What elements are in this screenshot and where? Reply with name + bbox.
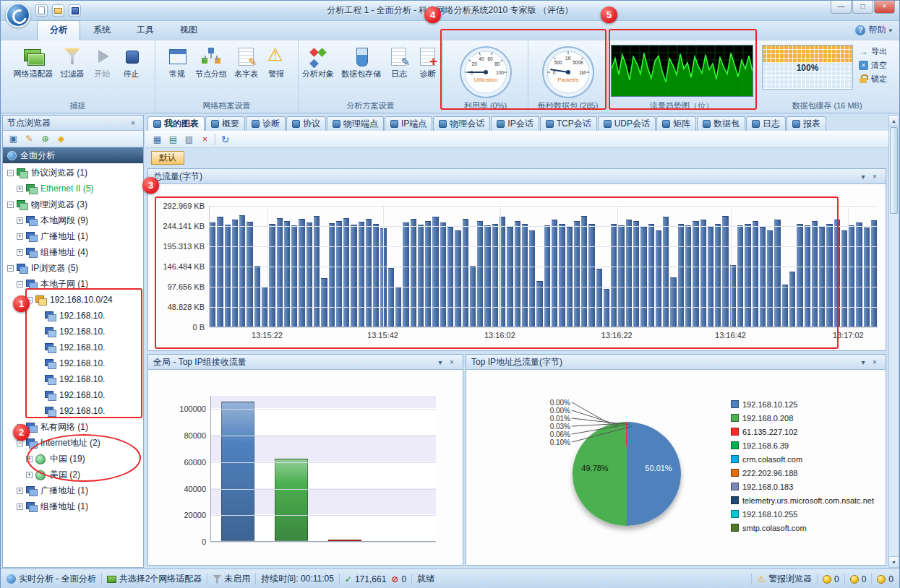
panel-close-icon[interactable]: × [869, 358, 880, 366]
tree-node[interactable]: 192.168.10. [3, 355, 143, 371]
name-table-edit-icon[interactable]: ✎ [23, 133, 35, 145]
network-adapter-button[interactable]: 网络适配器 [11, 44, 56, 81]
filter-button[interactable]: 过滤器 [58, 44, 87, 81]
close-panel-icon[interactable]: × [127, 119, 139, 127]
help-button[interactable]: ? 帮助 ▾ [855, 24, 892, 36]
view-tab-6[interactable]: IP端点 [385, 116, 432, 131]
node-group-button[interactable]: 节点分组 [192, 44, 230, 81]
tree-node[interactable]: 192.168.10. [3, 340, 143, 355]
add-node-icon[interactable]: ⊕ [39, 133, 51, 145]
scroll-up-icon[interactable]: ▲ [889, 116, 899, 126]
collapse-icon[interactable]: − [7, 265, 14, 272]
traffic-trend-chart[interactable] [611, 45, 753, 97]
tree-node[interactable]: −协议浏览器 (1) [3, 165, 143, 181]
gridline [500, 206, 501, 327]
tree-node[interactable]: −IP浏览器 (5) [3, 260, 143, 276]
expand-icon[interactable]: + [17, 249, 23, 256]
view-tab-9[interactable]: TCP会话 [540, 116, 597, 131]
general-button[interactable]: 常规 [163, 44, 191, 81]
expand-icon[interactable]: + [17, 217, 23, 224]
expand-icon[interactable]: + [17, 186, 23, 192]
tree-node[interactable]: +组播地址 (4) [3, 244, 143, 260]
tree-node[interactable]: +美国 (2) [3, 467, 143, 483]
tree-node[interactable]: −本地子网 (1) [3, 276, 143, 292]
collapse-icon[interactable]: − [17, 281, 23, 287]
node-detail-icon[interactable]: ▣ [7, 133, 20, 145]
refresh-icon[interactable]: ↻ [219, 133, 231, 145]
panel-menu-icon[interactable]: ▾ [857, 173, 869, 181]
ribbon-tab-1[interactable]: 分析 [37, 20, 80, 40]
view-tab-10[interactable]: UDP会话 [598, 116, 656, 131]
alarm-button[interactable]: 警报 [262, 44, 290, 81]
node-alarm-icon[interactable]: ◆ [55, 133, 67, 145]
tree-node[interactable]: +Ethernet II (5) [3, 181, 143, 196]
stop-button[interactable]: 停止 [118, 44, 145, 81]
expand-icon[interactable]: + [17, 488, 23, 494]
add-chart-icon[interactable]: ▦ [151, 133, 163, 145]
log-button[interactable]: 日志 [385, 44, 413, 81]
filter-status[interactable]: 未启用 [213, 573, 250, 585]
maximize-button[interactable]: □ [852, 1, 873, 14]
adapter-status[interactable]: 共选择2个网络适配器 [107, 573, 202, 585]
tree-node[interactable]: 192.168.10. [3, 324, 143, 340]
tree-node[interactable]: +广播地址 (1) [3, 483, 143, 498]
tree-node[interactable]: +中国 (19) [3, 451, 143, 467]
traffic-bar [849, 225, 854, 327]
total-traffic-header[interactable]: 总流量(字节) ▾ × [148, 169, 886, 184]
tree-node[interactable]: 192.168.10. [3, 387, 143, 403]
expand-icon[interactable]: + [26, 472, 33, 478]
collapse-icon[interactable]: − [7, 170, 14, 176]
panel-close-icon[interactable]: × [446, 358, 458, 366]
expand-icon[interactable]: + [26, 456, 33, 462]
scroll-down-icon[interactable]: ▼ [889, 556, 899, 567]
view-tab-3[interactable]: 诊断 [246, 116, 286, 131]
collapse-icon[interactable]: − [7, 202, 14, 208]
alarm-explorer-button[interactable]: ⚠ 警报浏览器 [757, 573, 812, 585]
minimize-button[interactable]: — [831, 1, 852, 14]
view-tab-2[interactable]: 概要 [205, 116, 245, 131]
ribbon-tab-4[interactable]: 视图 [167, 20, 210, 40]
clear-button[interactable]: × 清空 [859, 60, 887, 71]
view-tab-13[interactable]: 日志 [746, 116, 786, 131]
tree-node[interactable]: +组播地址 (1) [3, 498, 143, 514]
panel-menu-icon[interactable]: ▾ [434, 358, 446, 366]
tree-node[interactable]: 192.168.10. [3, 403, 143, 419]
view-tab-1[interactable]: 我的图表 [147, 116, 205, 131]
tree-node[interactable]: −物理浏览器 (3) [3, 196, 143, 212]
name-table-button[interactable]: 名字表 [231, 44, 261, 81]
ribbon-tab-3[interactable]: 工具 [124, 20, 167, 40]
analysis-objects-button[interactable]: 分析对象 [299, 44, 337, 81]
start-button[interactable]: 开始 [89, 44, 116, 81]
diagnosis-button[interactable]: 诊断 [414, 44, 442, 81]
tree-node[interactable]: +广播地址 (1) [3, 228, 143, 244]
top-ip-traffic-header[interactable]: Top IP地址总流量(字节) ▾ × [466, 355, 886, 370]
app-logo-icon[interactable] [6, 3, 30, 27]
main-vertical-scrollbar[interactable]: ▲ ▼ [888, 115, 899, 568]
lock-button[interactable]: 锁定 [859, 74, 887, 85]
packet-storage-button[interactable]: 数据包存储 [338, 44, 384, 81]
view-tab-11[interactable]: 矩阵 [656, 116, 696, 131]
panel-close-icon[interactable]: × [869, 173, 880, 181]
expand-icon[interactable]: + [17, 503, 23, 510]
analysis-root-node[interactable]: 全面分析 [3, 147, 143, 163]
view-tab-7[interactable]: 物理会话 [433, 116, 490, 131]
view-tab-label: 我的图表 [164, 118, 199, 130]
chart-setting-icon[interactable]: ▧ [183, 133, 195, 145]
expand-icon[interactable]: + [17, 233, 23, 240]
view-tab-5[interactable]: 物理端点 [327, 116, 384, 131]
view-tab-4[interactable]: 协议 [286, 116, 326, 131]
scrollbar-thumb[interactable] [890, 127, 898, 214]
panel-menu-icon[interactable]: ▾ [857, 358, 869, 366]
close-button[interactable]: × [874, 1, 895, 14]
view-tab-8[interactable]: IP会话 [491, 116, 539, 131]
delete-chart-icon[interactable]: × [199, 133, 211, 145]
export-button[interactable]: → 导出 [859, 46, 887, 57]
tree-node[interactable]: 192.168.10. [3, 371, 143, 387]
chart-layout-icon[interactable]: ▤ [167, 133, 179, 145]
default-chart-page-chip[interactable]: 默认 [151, 151, 184, 165]
view-tab-12[interactable]: 数据包 [697, 116, 745, 131]
view-tab-14[interactable]: 报表 [787, 116, 826, 131]
ribbon-tab-2[interactable]: 系统 [80, 20, 124, 40]
top-ip-group-header[interactable]: 全局 - Top IP组接收流量 ▾ × [148, 355, 463, 370]
tree-node[interactable]: +本地网段 (9) [3, 212, 143, 228]
